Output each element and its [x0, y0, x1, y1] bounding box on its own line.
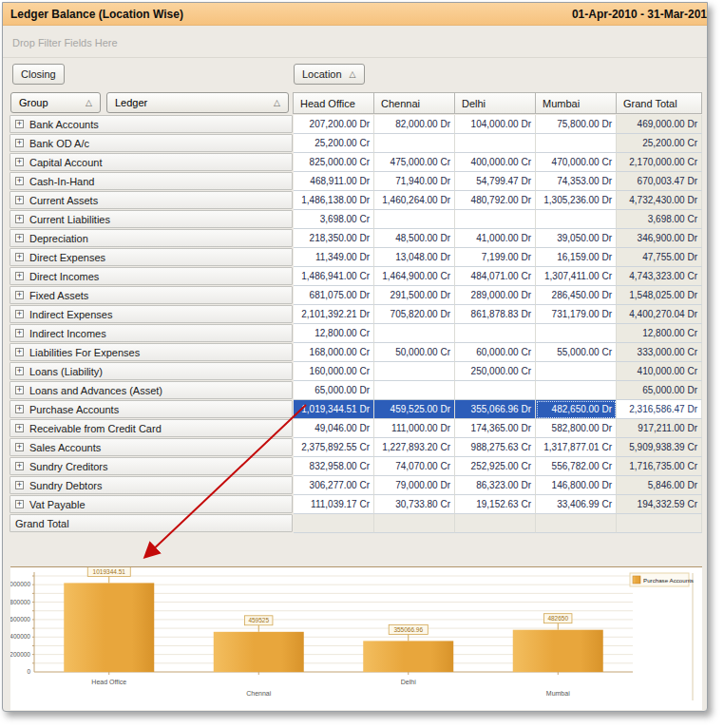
pivot-cell[interactable]: 74,353.00 Dr — [536, 172, 617, 191]
pivot-cell[interactable] — [455, 324, 536, 343]
pivot-cell[interactable]: 60,000.00 Cr — [455, 343, 536, 362]
pivot-cell[interactable]: 49,046.00 Dr — [294, 419, 374, 438]
pivot-cell[interactable]: 3,698.00 Cr — [294, 210, 374, 229]
pivot-cell[interactable]: 346,900.00 Dr — [617, 229, 702, 248]
group-field-button[interactable]: Group △ — [10, 92, 101, 113]
pivot-cell[interactable] — [374, 134, 455, 153]
pivot-cell[interactable]: 988,275.63 Cr — [455, 438, 536, 457]
expand-icon[interactable]: + — [15, 348, 24, 356]
pivot-cell[interactable]: 252,925.00 Cr — [455, 457, 536, 476]
pivot-cell[interactable]: 1,317,877.01 Cr — [536, 438, 617, 457]
pivot-cell[interactable]: 4,732,430.00 Dr — [617, 191, 702, 210]
pivot-cell[interactable]: 16,159.00 Dr — [536, 248, 617, 267]
expand-icon[interactable]: + — [15, 386, 24, 394]
pivot-cell[interactable]: 41,000.00 Dr — [455, 229, 536, 248]
expand-icon[interactable]: + — [15, 329, 24, 337]
location-field-button[interactable]: Location △ — [294, 64, 365, 85]
pivot-cell[interactable]: 1,486,941.00 Cr — [294, 267, 374, 286]
row-label[interactable]: +Sales Accounts — [10, 438, 293, 456]
pivot-cell[interactable]: 832,958.00 Cr — [294, 457, 374, 476]
pivot-cell[interactable]: 482,650.00 Dr — [536, 400, 617, 419]
pivot-cell[interactable]: 400,000.00 Cr — [455, 153, 536, 172]
pivot-cell[interactable]: 111,039.17 Cr — [294, 495, 374, 514]
pivot-cell[interactable]: 174,365.00 Dr — [455, 419, 536, 438]
pivot-cell[interactable]: 194,332.59 Cr — [617, 495, 702, 514]
pivot-cell[interactable]: 86,323.00 Dr — [455, 476, 536, 495]
row-label[interactable]: +Direct Expenses — [10, 248, 293, 266]
pivot-cell[interactable] — [536, 134, 617, 153]
pivot-cell[interactable] — [536, 381, 617, 400]
pivot-cell[interactable]: 289,000.00 Dr — [455, 286, 536, 305]
row-label[interactable]: +Sundry Creditors — [10, 457, 293, 475]
pivot-cell[interactable]: 30,733.80 Cr — [374, 495, 455, 514]
pivot-cell[interactable]: 681,075.00 Dr — [294, 286, 374, 305]
pivot-cell[interactable]: 2,316,586.47 Dr — [617, 400, 702, 419]
pivot-cell[interactable]: 1,486,138.00 Dr — [294, 191, 374, 210]
pivot-cell[interactable]: 731,179.00 Dr — [536, 305, 617, 324]
expand-icon[interactable]: + — [15, 481, 24, 489]
pivot-cell[interactable]: 19,152.63 Cr — [455, 495, 536, 514]
expand-icon[interactable]: + — [15, 253, 24, 261]
pivot-cell[interactable]: 291,500.00 Dr — [374, 286, 455, 305]
expand-icon[interactable]: + — [15, 500, 24, 508]
pivot-cell[interactable]: 2,375,892.55 Cr — [294, 438, 374, 457]
pivot-cell[interactable]: 825,000.00 Cr — [294, 153, 374, 172]
pivot-cell[interactable]: 168,000.00 Cr — [294, 343, 374, 362]
expand-icon[interactable]: + — [15, 291, 24, 299]
pivot-cell[interactable] — [536, 210, 617, 229]
row-label[interactable]: +Current Liabilities — [10, 210, 293, 228]
row-label[interactable]: +Purchase Accounts — [10, 400, 293, 418]
row-label[interactable]: +Direct Incomes — [10, 267, 293, 285]
pivot-cell[interactable]: 207,200.00 Dr — [294, 115, 374, 134]
pivot-cell[interactable]: 74,070.00 Cr — [374, 457, 455, 476]
pivot-cell[interactable] — [536, 324, 617, 343]
row-label[interactable]: +Liabilities For Expenses — [10, 343, 293, 361]
pivot-cell[interactable]: 12,800.00 Cr — [294, 324, 374, 343]
pivot-cell[interactable]: 670,003.47 Dr — [617, 172, 702, 191]
column-header-head-office[interactable]: Head Office — [293, 92, 374, 114]
pivot-cell[interactable] — [374, 324, 455, 343]
pivot-cell[interactable]: 50,000.00 Cr — [374, 343, 455, 362]
row-label[interactable]: +Fixed Assets — [10, 286, 293, 304]
expand-icon[interactable]: + — [15, 424, 24, 432]
filter-drop-zone[interactable]: Drop Filter Fields Here — [3, 27, 707, 58]
pivot-cell[interactable] — [455, 381, 536, 400]
pivot-cell[interactable]: 4,400,270.04 Dr — [617, 305, 702, 324]
pivot-cell[interactable]: 104,000.00 Dr — [455, 115, 536, 134]
pivot-cell[interactable]: 111,000.00 Dr — [374, 419, 455, 438]
expand-icon[interactable]: + — [15, 234, 24, 242]
pivot-cell[interactable]: 355,066.96 Dr — [455, 400, 536, 419]
pivot-cell[interactable] — [617, 514, 702, 533]
pivot-cell[interactable]: 25,200.00 Cr — [294, 134, 374, 153]
pivot-cell[interactable]: 1,548,025.00 Dr — [617, 286, 702, 305]
pivot-cell[interactable]: 5,909,938.39 Cr — [617, 438, 702, 457]
pivot-cell[interactable]: 861,878.83 Dr — [455, 305, 536, 324]
pivot-cell[interactable]: 250,000.00 Cr — [455, 362, 536, 381]
pivot-cell[interactable]: 556,782.00 Cr — [536, 457, 617, 476]
expand-icon[interactable]: + — [15, 196, 24, 204]
ledger-field-button[interactable]: Ledger △ — [106, 92, 289, 113]
pivot-cell[interactable]: 55,000.00 Cr — [536, 343, 617, 362]
pivot-cell[interactable]: 82,000.00 Dr — [374, 115, 455, 134]
row-label[interactable]: +Loans and Advances (Asset) — [10, 381, 293, 399]
column-header-grand-total[interactable]: Grand Total — [616, 92, 702, 114]
pivot-cell[interactable] — [374, 210, 455, 229]
pivot-cell[interactable] — [374, 381, 455, 400]
pivot-cell[interactable]: 1,460,264.00 Dr — [374, 191, 455, 210]
pivot-cell[interactable] — [294, 514, 374, 533]
pivot-cell[interactable] — [374, 362, 455, 381]
row-label[interactable]: +Current Assets — [10, 191, 293, 209]
pivot-cell[interactable] — [374, 514, 455, 533]
pivot-cell[interactable]: 333,000.00 Cr — [617, 343, 702, 362]
pivot-cell[interactable]: 79,000.00 Dr — [374, 476, 455, 495]
pivot-cell[interactable]: 705,820.00 Dr — [374, 305, 455, 324]
pivot-cell[interactable]: 65,000.00 Dr — [294, 381, 374, 400]
row-label[interactable]: +Cash-In-Hand — [10, 172, 293, 190]
pivot-cell[interactable]: 1,716,735.00 Cr — [617, 457, 702, 476]
pivot-cell[interactable]: 2,101,392.21 Dr — [294, 305, 374, 324]
row-label[interactable]: +Receivable from Credit Card — [10, 419, 293, 437]
pivot-cell[interactable]: 480,792.00 Dr — [455, 191, 536, 210]
pivot-cell[interactable]: 7,199.00 Dr — [455, 248, 536, 267]
row-label[interactable]: +Indirect Incomes — [10, 324, 293, 342]
pivot-cell[interactable]: 1,305,236.00 Dr — [536, 191, 617, 210]
